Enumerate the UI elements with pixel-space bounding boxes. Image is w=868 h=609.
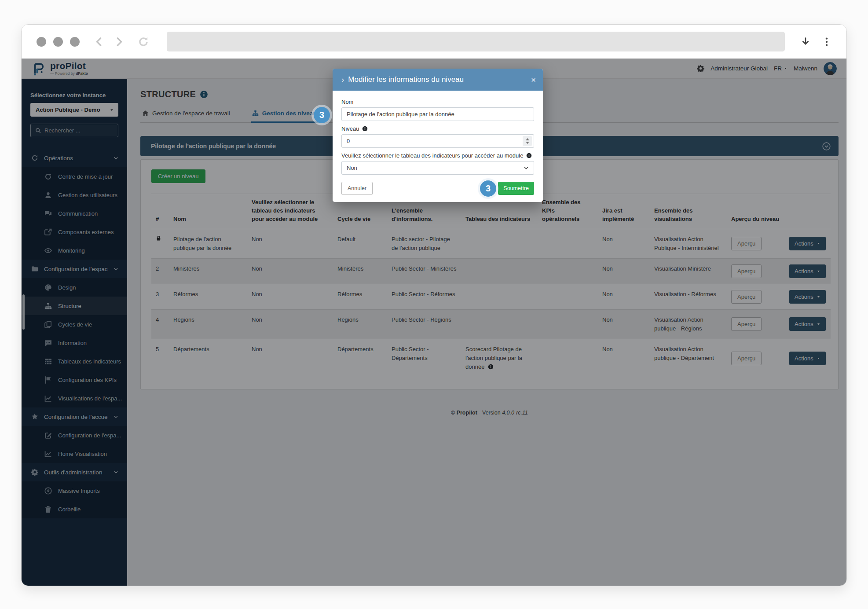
browser-chrome bbox=[22, 25, 846, 59]
back-button[interactable] bbox=[94, 37, 104, 47]
step-badge: 3 bbox=[480, 180, 496, 197]
indicator-select[interactable]: Non bbox=[341, 161, 534, 175]
indicator-label: Veuillez sélectionner le tableau des ind… bbox=[341, 152, 534, 159]
forward-button[interactable] bbox=[114, 37, 125, 47]
modal-title: Modifier les informations du niveau bbox=[348, 75, 464, 84]
browser-window: proPilot — Powered by dFakto Administrat… bbox=[21, 24, 847, 586]
level-input[interactable] bbox=[341, 134, 534, 148]
cancel-button[interactable]: Annuler bbox=[341, 182, 373, 195]
modal-header: › Modifier les informations du niveau × bbox=[333, 69, 543, 91]
kebab-icon bbox=[822, 37, 831, 47]
submit-button[interactable]: Soumettre bbox=[498, 182, 534, 195]
info-icon[interactable] bbox=[526, 153, 532, 158]
info-icon bbox=[526, 153, 532, 158]
back-icon bbox=[94, 37, 104, 47]
edit-level-modal: › Modifier les informations du niveau × … bbox=[333, 69, 543, 202]
address-bar[interactable] bbox=[167, 32, 785, 51]
window-control-dot[interactable] bbox=[70, 37, 80, 47]
step-badge: 3 bbox=[314, 107, 330, 123]
name-input[interactable] bbox=[341, 107, 534, 121]
reload-icon bbox=[138, 36, 149, 48]
chevron-down-icon bbox=[524, 165, 529, 171]
arrow-down-icon bbox=[801, 37, 810, 47]
download-button[interactable] bbox=[801, 37, 810, 47]
chevron-down-icon bbox=[524, 165, 529, 171]
modal-title-chevron: › bbox=[341, 75, 344, 84]
reload-button[interactable] bbox=[138, 36, 149, 48]
close-icon[interactable]: × bbox=[531, 76, 536, 84]
stepper-up-icon[interactable] bbox=[526, 138, 529, 140]
window-control-dot[interactable] bbox=[37, 37, 46, 47]
name-label: Nom bbox=[341, 99, 534, 105]
level-label: Niveau bbox=[341, 125, 534, 132]
info-icon[interactable] bbox=[362, 126, 368, 132]
info-icon bbox=[362, 126, 368, 132]
forward-icon bbox=[114, 37, 125, 47]
level-stepper[interactable] bbox=[523, 136, 532, 146]
window-control-dot[interactable] bbox=[53, 37, 63, 47]
browser-menu-button[interactable] bbox=[822, 37, 831, 47]
window-controls bbox=[37, 37, 80, 47]
modal-body: Nom Niveau Veuillez sélectionner le tabl… bbox=[333, 91, 543, 202]
stepper-down-icon[interactable] bbox=[526, 142, 529, 144]
